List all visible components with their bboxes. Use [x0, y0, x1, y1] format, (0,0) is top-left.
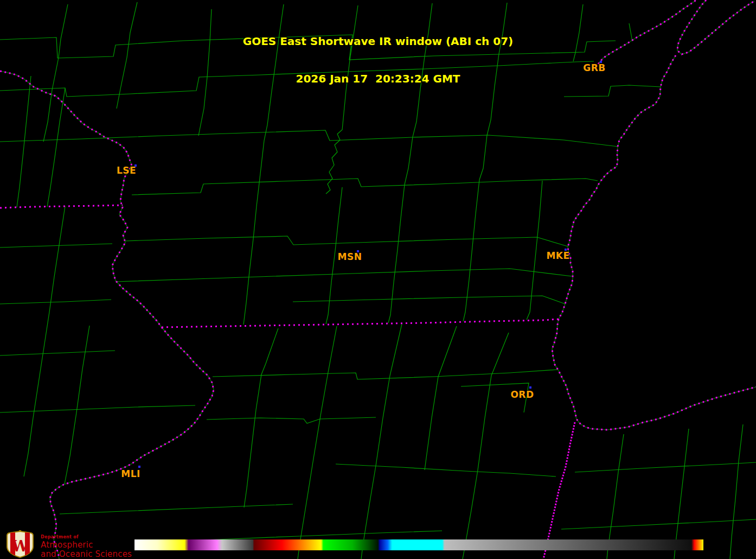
county-line-27	[527, 181, 542, 320]
county-line-40	[575, 462, 756, 472]
county-line-26	[463, 180, 479, 321]
lake-michigan-shore-outline	[552, 55, 756, 430]
ia-mn-border	[0, 205, 123, 208]
wi-il-border	[162, 319, 559, 327]
station-label-GRB: GRB	[583, 62, 606, 73]
county-line-36	[425, 326, 457, 470]
county-line-4	[132, 179, 598, 195]
county-line-5	[0, 244, 112, 247]
uw-crest-icon: W	[4, 530, 36, 558]
uw-aos-logo: W Department of Atmospheric and Oceanic …	[4, 530, 132, 559]
county-line-25	[388, 185, 405, 323]
satellite-viewer: GOES East Shortwave IR window (ABI ch 07…	[0, 0, 756, 559]
image-title: GOES East Shortwave IR window (ABI ch 07…	[0, 10, 756, 110]
enhancement-colorbar	[134, 539, 703, 550]
station-label-MSN: MSN	[338, 251, 362, 262]
station-dot-ORD	[529, 386, 531, 389]
station-label-ORD: ORD	[510, 389, 534, 400]
county-line-34	[298, 326, 337, 559]
county-line-37	[463, 333, 509, 559]
logo-name-line1: Atmospheric	[41, 541, 132, 550]
county-line-39	[65, 326, 89, 484]
county-line-3	[0, 130, 618, 147]
mississippi-lower	[50, 327, 214, 559]
logo-text: Department of Atmospheric and Oceanic Sc…	[41, 530, 132, 559]
county-line-30	[336, 464, 556, 477]
title-line-product: GOES East Shortwave IR window (ABI ch 07…	[0, 35, 756, 48]
county-line-23	[244, 141, 264, 325]
county-line-10	[0, 351, 115, 355]
title-line-timestamp: 2026 Jan 17 20:23:24 GMT	[0, 73, 756, 85]
station-label-LSE: LSE	[117, 165, 136, 176]
county-line-41	[561, 519, 756, 529]
mississippi-lower-outline	[50, 327, 214, 559]
county-line-44	[730, 424, 743, 559]
county-line-28	[213, 370, 558, 379]
county-line-6	[125, 236, 568, 246]
svg-text:W: W	[11, 538, 29, 555]
logo-name-line2: and Oceanic Sciences	[41, 550, 132, 559]
county-line-11	[0, 405, 195, 412]
county-line-8	[293, 296, 565, 304]
lake-michigan-shore	[552, 55, 756, 430]
station-label-MLI: MLI	[121, 468, 140, 479]
il-in-border	[543, 422, 575, 559]
station-dot-MLI	[138, 466, 140, 468]
county-line-7	[116, 269, 572, 282]
county-line-31	[60, 504, 293, 514]
county-line-9	[0, 300, 111, 304]
station-label-MKE: MKE	[546, 250, 569, 261]
logo-department-line: Department of	[41, 535, 132, 539]
county-line-35	[361, 324, 402, 559]
county-line-29	[207, 417, 376, 423]
